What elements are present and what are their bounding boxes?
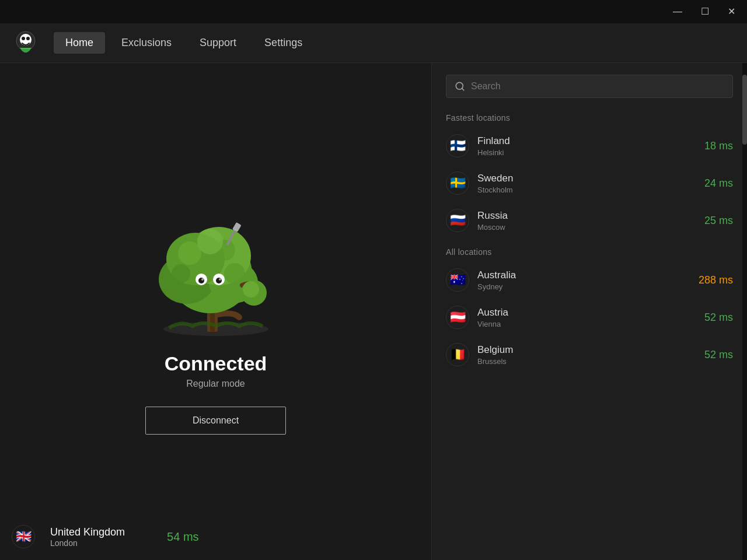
flag-finland: 🇫🇮 bbox=[446, 134, 469, 158]
svg-point-20 bbox=[198, 278, 204, 284]
disconnect-button[interactable]: Disconnect bbox=[145, 407, 286, 435]
nav-settings[interactable]: Settings bbox=[253, 32, 314, 54]
country-austria: Austria bbox=[477, 307, 692, 318]
latency-sweden: 24 ms bbox=[692, 177, 733, 190]
country-belgium: Belgium bbox=[477, 344, 692, 356]
current-city: London bbox=[50, 538, 125, 548]
location-item-australia[interactable]: 🇦🇺 Australia Sydney 288 ms bbox=[446, 261, 733, 299]
connection-status: Connected bbox=[165, 352, 267, 375]
main-layout: Connected Regular mode Disconnect 🇬🇧 Uni… bbox=[0, 63, 747, 560]
search-icon bbox=[455, 81, 465, 92]
flag-russia: 🇷🇺 bbox=[446, 209, 469, 232]
country-finland: Finland bbox=[477, 135, 692, 147]
city-australia: Sydney bbox=[477, 282, 692, 291]
current-flag: 🇬🇧 bbox=[12, 525, 35, 548]
city-sweden: Stockholm bbox=[477, 186, 692, 194]
flag-austria: 🇦🇹 bbox=[446, 306, 469, 329]
svg-point-1 bbox=[20, 34, 32, 46]
svg-point-21 bbox=[216, 278, 222, 284]
country-sweden: Sweden bbox=[477, 173, 692, 184]
scrollbar-thumb[interactable] bbox=[742, 75, 747, 145]
close-button[interactable]: ✕ bbox=[723, 5, 740, 19]
svg-point-16 bbox=[224, 263, 245, 284]
locations-list[interactable]: Fastest locations 🇫🇮 Finland Helsinki 18… bbox=[432, 105, 747, 560]
flag-australia: 🇦🇺 bbox=[446, 268, 469, 292]
city-russia: Moscow bbox=[477, 223, 692, 232]
minimize-button[interactable]: — bbox=[668, 5, 687, 19]
current-country: United Kingdom bbox=[50, 526, 125, 538]
svg-point-27 bbox=[243, 281, 259, 298]
search-box bbox=[446, 75, 733, 98]
current-latency: 54 ms bbox=[167, 530, 198, 544]
svg-point-2 bbox=[22, 37, 25, 40]
current-location-info: United Kingdom London bbox=[50, 526, 125, 548]
fastest-section-label: Fastest locations bbox=[446, 105, 733, 127]
location-info-russia: Russia Moscow bbox=[477, 210, 692, 232]
search-input[interactable] bbox=[471, 81, 724, 92]
svg-point-17 bbox=[197, 229, 223, 254]
right-panel: Fastest locations 🇫🇮 Finland Helsinki 18… bbox=[432, 63, 747, 560]
latency-belgium: 52 ms bbox=[692, 349, 733, 361]
city-austria: Vienna bbox=[477, 320, 692, 328]
latency-russia: 25 ms bbox=[692, 215, 733, 227]
titlebar: — ☐ ✕ bbox=[0, 0, 747, 23]
flag-sweden: 🇸🇪 bbox=[446, 172, 469, 195]
scrollbar-track bbox=[742, 63, 747, 560]
nav-support[interactable]: Support bbox=[188, 32, 248, 54]
svg-point-3 bbox=[26, 37, 30, 40]
svg-point-15 bbox=[172, 264, 190, 283]
location-info-finland: Finland Helsinki bbox=[477, 135, 692, 157]
svg-point-23 bbox=[219, 278, 221, 281]
location-item-belgium[interactable]: 🇧🇪 Belgium Brussels 52 ms bbox=[446, 336, 733, 373]
current-location: 🇬🇧 United Kingdom London 54 ms bbox=[12, 525, 199, 548]
location-info-belgium: Belgium Brussels bbox=[477, 344, 692, 366]
country-australia: Australia bbox=[477, 270, 692, 281]
location-item-russia[interactable]: 🇷🇺 Russia Moscow 25 ms bbox=[446, 202, 733, 239]
connection-mode: Regular mode bbox=[186, 379, 245, 389]
location-info-sweden: Sweden Stockholm bbox=[477, 173, 692, 194]
location-item-austria[interactable]: 🇦🇹 Austria Vienna 52 ms bbox=[446, 299, 733, 336]
location-info-austria: Austria Vienna bbox=[477, 307, 692, 328]
flag-belgium: 🇧🇪 bbox=[446, 343, 469, 366]
latency-finland: 18 ms bbox=[692, 140, 733, 152]
location-item-finland[interactable]: 🇫🇮 Finland Helsinki 18 ms bbox=[446, 127, 733, 164]
location-info-australia: Australia Sydney bbox=[477, 270, 692, 291]
svg-point-22 bbox=[201, 278, 204, 281]
left-panel: Connected Regular mode Disconnect 🇬🇧 Uni… bbox=[0, 63, 432, 560]
latency-austria: 52 ms bbox=[692, 312, 733, 324]
svg-line-29 bbox=[462, 88, 463, 90]
search-container bbox=[432, 63, 747, 105]
navbar: Home Exclusions Support Settings bbox=[0, 23, 747, 63]
country-russia: Russia bbox=[477, 210, 692, 222]
nav-home[interactable]: Home bbox=[54, 32, 105, 54]
mascot-illustration bbox=[134, 189, 298, 341]
city-belgium: Brussels bbox=[477, 357, 692, 366]
maximize-button[interactable]: ☐ bbox=[696, 5, 714, 19]
all-section-label: All locations bbox=[446, 239, 733, 261]
city-finland: Helsinki bbox=[477, 148, 692, 157]
location-item-sweden[interactable]: 🇸🇪 Sweden Stockholm 24 ms bbox=[446, 164, 733, 202]
latency-australia: 288 ms bbox=[692, 274, 733, 286]
app-logo bbox=[12, 29, 40, 57]
nav-exclusions[interactable]: Exclusions bbox=[110, 32, 183, 54]
